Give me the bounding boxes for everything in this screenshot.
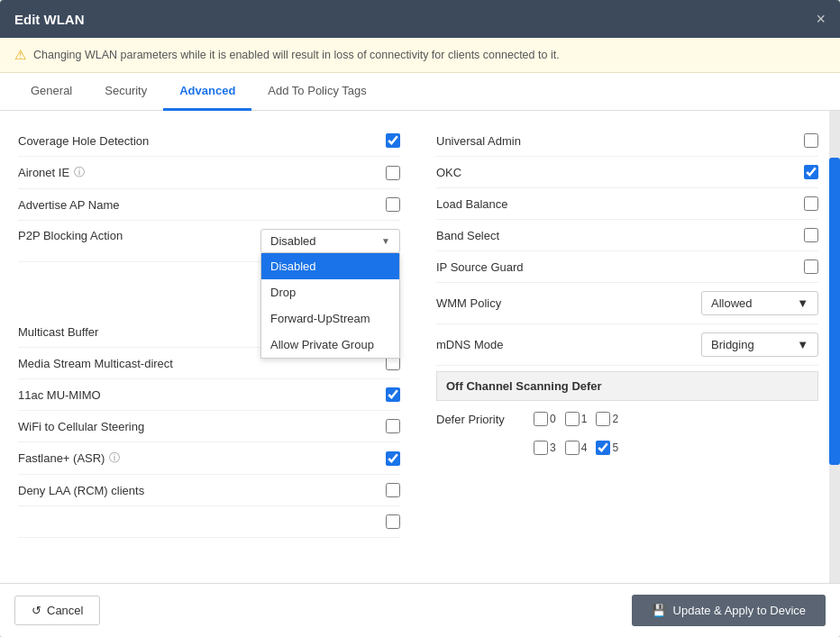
deny-laa-label: Deny LAA (RCM) clients [18, 484, 144, 497]
media-stream-label: Media Stream Multicast-direct [18, 357, 173, 370]
advertise-ap-name-label: Advertise AP Name [18, 198, 119, 212]
11ac-mu-mimo-checkbox[interactable] [386, 387, 400, 402]
warning-icon: ⚠ [14, 47, 26, 63]
load-balance-label: Load Balance [436, 197, 508, 211]
advertise-ap-name-checkbox[interactable] [386, 197, 400, 212]
defer-item-1: 1 [565, 412, 588, 426]
defer-label-2: 2 [612, 413, 618, 425]
tab-security[interactable]: Security [88, 73, 163, 111]
save-icon: 💾 [652, 604, 666, 617]
wmm-policy-label: WMM Policy [436, 296, 501, 310]
okc-checkbox[interactable] [804, 165, 818, 179]
defer-item-3: 3 [534, 441, 556, 455]
defer-label-5: 5 [612, 441, 618, 454]
p2p-option-forward-upstream[interactable]: Forward-UpStream [261, 305, 399, 332]
p2p-blocking-action-label: P2P Blocking Action [18, 229, 123, 242]
mdns-mode-row: mDNS Mode Bridging ▼ [436, 324, 818, 366]
11ac-mu-mimo-row: 11ac MU-MIMO [18, 379, 400, 411]
wmm-policy-row: WMM Policy Allowed ▼ [436, 283, 818, 324]
wmm-policy-value: Allowed [711, 296, 753, 310]
fastlane-checkbox[interactable] [386, 451, 400, 466]
update-apply-button[interactable]: 💾 Update & Apply to Device [632, 595, 826, 626]
update-label: Update & Apply to Device [673, 604, 806, 617]
wmm-policy-arrow-icon: ▼ [797, 296, 808, 310]
cancel-icon: ↺ [32, 604, 41, 617]
extra-row [18, 506, 400, 538]
coverage-hole-detection-row: Coverage Hole Detection [18, 125, 400, 157]
fastlane-label: Fastlane+ (ASR) ⓘ [18, 450, 120, 466]
okc-row: OKC [436, 157, 818, 188]
advertise-ap-name-row: Advertise AP Name [18, 189, 400, 221]
aironet-ie-label: Aironet IE ⓘ [18, 165, 85, 180]
modal-title: Edit WLAN [14, 12, 84, 27]
defer-label-0: 0 [550, 413, 556, 425]
mdns-mode-value: Bridging [711, 338, 754, 351]
ip-source-guard-checkbox[interactable] [804, 259, 818, 274]
coverage-hole-detection-checkbox-wrap [386, 133, 400, 148]
extra-checkbox[interactable] [386, 514, 400, 529]
defer-items-row2: 3 4 5 [534, 441, 618, 455]
right-column: Universal Admin OKC Load B [436, 125, 818, 538]
p2p-option-disabled[interactable]: Disabled [261, 253, 399, 279]
band-select-checkbox[interactable] [804, 228, 818, 242]
p2p-dropdown-arrow-icon: ▼ [381, 236, 390, 246]
multicast-buffer-label: Multicast Buffer [18, 325, 98, 339]
aironet-ie-checkbox[interactable] [386, 166, 400, 180]
mdns-mode-label: mDNS Mode [436, 338, 503, 351]
mdns-mode-arrow-icon: ▼ [797, 338, 808, 351]
wifi-cellular-row: WiFi to Cellular Steering [18, 411, 400, 442]
okc-label: OKC [436, 166, 461, 179]
11ac-mu-mimo-label: 11ac MU-MIMO [18, 388, 101, 402]
defer-checkbox-5[interactable] [596, 441, 610, 455]
coverage-hole-detection-label: Coverage Hole Detection [18, 134, 149, 148]
universal-admin-label: Universal Admin [436, 134, 521, 148]
tab-general[interactable]: General [14, 73, 88, 111]
defer-checkbox-0[interactable] [534, 412, 548, 426]
close-button[interactable]: × [816, 11, 826, 27]
edit-wlan-modal: Edit WLAN × ⚠ Changing WLAN parameters w… [0, 0, 840, 637]
form-columns: Coverage Hole Detection Aironet IE ⓘ [18, 125, 818, 538]
off-channel-section-header: Off Channel Scanning Defer [436, 371, 818, 401]
defer-checkbox-4[interactable] [565, 441, 580, 455]
mdns-mode-dropdown[interactable]: Bridging ▼ [701, 332, 818, 357]
aironet-ie-row: Aironet IE ⓘ [18, 157, 400, 189]
scrollbar-thumb[interactable] [829, 158, 840, 465]
modal-header: Edit WLAN × [0, 0, 840, 38]
p2p-option-drop[interactable]: Drop [261, 279, 399, 305]
fastlane-row: Fastlane+ (ASR) ⓘ [18, 442, 400, 475]
universal-admin-row: Universal Admin [436, 125, 818, 157]
defer-priority-label: Defer Priority [436, 413, 526, 426]
defer-checkbox-2[interactable] [596, 412, 610, 426]
coverage-hole-detection-checkbox[interactable] [386, 133, 400, 148]
wifi-cellular-checkbox[interactable] [386, 419, 400, 433]
deny-laa-row: Deny LAA (RCM) clients [18, 475, 400, 506]
wmm-policy-dropdown[interactable]: Allowed ▼ [701, 291, 818, 315]
cancel-button[interactable]: ↺ Cancel [14, 596, 100, 625]
load-balance-checkbox[interactable] [804, 196, 818, 211]
band-select-label: Band Select [436, 229, 499, 242]
p2p-dropdown-menu: Disabled Drop Forward-UpStream Allow Pri… [260, 253, 400, 359]
warning-banner: ⚠ Changing WLAN parameters while it is e… [0, 38, 840, 73]
defer-item-2: 2 [596, 412, 618, 426]
wifi-cellular-label: WiFi to Cellular Steering [18, 420, 144, 433]
defer-label-3: 3 [550, 441, 556, 454]
ip-source-guard-row: IP Source Guard [436, 251, 818, 283]
aironet-ie-info-icon[interactable]: ⓘ [74, 165, 85, 180]
tab-policy-tags[interactable]: Add To Policy Tags [251, 73, 382, 111]
defer-checkbox-1[interactable] [565, 412, 580, 426]
defer-priority-row1: Defer Priority 0 1 [436, 405, 818, 433]
fastlane-info-icon[interactable]: ⓘ [109, 450, 120, 466]
tab-advanced[interactable]: Advanced [163, 73, 251, 111]
p2p-option-allow-private-group[interactable]: Allow Private Group [261, 332, 399, 358]
defer-checkbox-3[interactable] [534, 441, 548, 455]
universal-admin-checkbox[interactable] [804, 133, 818, 148]
p2p-dropdown-button[interactable]: Disabled ▼ [260, 229, 400, 253]
modal-footer: ↺ Cancel 💾 Update & Apply to Device [0, 583, 840, 637]
ip-source-guard-label: IP Source Guard [436, 260, 524, 274]
defer-item-4: 4 [565, 441, 588, 455]
band-select-row: Band Select [436, 220, 818, 251]
load-balance-row: Load Balance [436, 188, 818, 220]
defer-label-1: 1 [581, 413, 588, 425]
scrollbar-track [829, 111, 840, 583]
deny-laa-checkbox[interactable] [386, 483, 400, 497]
